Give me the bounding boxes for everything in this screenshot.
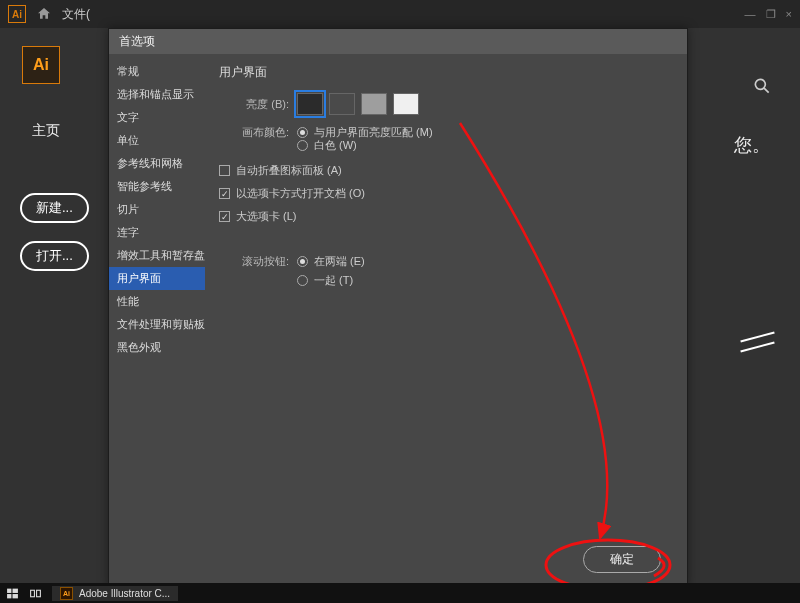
menu-file[interactable]: 文件(: [62, 6, 90, 23]
radio-dot-icon: [297, 275, 308, 286]
svg-line-1: [764, 88, 769, 93]
open-button[interactable]: 打开...: [20, 241, 89, 271]
sidebar-item[interactable]: 常规: [109, 60, 205, 83]
home-icon[interactable]: [36, 6, 52, 22]
svg-point-0: [755, 79, 765, 89]
chk-collapse-panels[interactable]: 自动折叠图标面板 (A): [219, 163, 673, 178]
dialog-content: 用户界面 亮度 (B): 画布颜色: 与用户界面亮度匹配 (M) 白色 (W): [205, 54, 687, 587]
check-label: 以选项卡方式打开文档 (O): [236, 186, 365, 201]
chk-open-as-tabs[interactable]: ✓ 以选项卡方式打开文档 (O): [219, 186, 673, 201]
brightness-swatch[interactable]: [297, 93, 323, 115]
ok-button[interactable]: 确定: [583, 546, 661, 573]
dialog-sidebar: 常规选择和锚点显示文字单位参考线和网格智能参考线切片连字增效工具和暂存盘用户界面…: [109, 54, 205, 587]
svg-rect-4: [13, 588, 18, 592]
new-button[interactable]: 新建...: [20, 193, 89, 223]
brightness-swatch[interactable]: [393, 93, 419, 115]
brightness-swatch[interactable]: [329, 93, 355, 115]
radio-label: 一起 (T): [314, 273, 353, 288]
app-body: Ai 主页 新建... 打开... 您。 首选项 常规选择和锚点显示文字单位参考…: [0, 28, 800, 583]
radio-scroll-together[interactable]: 一起 (T): [297, 273, 673, 288]
radio-scroll-ends[interactable]: 在两端 (E): [297, 254, 365, 269]
svg-rect-5: [7, 594, 11, 598]
window-controls: — ❐ ×: [745, 8, 792, 21]
sidebar-item[interactable]: 连字: [109, 221, 205, 244]
app-logo-small: Ai: [8, 5, 26, 23]
brightness-row: 亮度 (B):: [219, 93, 673, 115]
dialog-title: 首选项: [109, 29, 687, 54]
taskbar-item-illustrator[interactable]: Ai Adobe Illustrator C...: [52, 586, 178, 601]
radio-label: 白色 (W): [314, 138, 357, 153]
brightness-swatch[interactable]: [361, 93, 387, 115]
radio-dot-icon: [297, 140, 308, 151]
home-side-buttons: 新建... 打开...: [20, 193, 89, 271]
sidebar-item[interactable]: 性能: [109, 290, 205, 313]
brightness-swatches: [297, 93, 419, 115]
task-view-icon[interactable]: [29, 587, 42, 600]
decorative-strokes: [740, 328, 775, 356]
sidebar-item[interactable]: 文件处理和剪贴板: [109, 313, 205, 336]
minimize-button[interactable]: —: [745, 8, 756, 21]
app-logo-large: Ai: [22, 46, 60, 84]
welcome-text-tail: 您。: [734, 133, 770, 157]
close-button[interactable]: ×: [786, 8, 792, 21]
sidebar-item[interactable]: 选择和锚点显示: [109, 83, 205, 106]
radio-dot-icon: [297, 256, 308, 267]
radio-label: 在两端 (E): [314, 254, 365, 269]
chk-large-tabs[interactable]: ✓ 大选项卡 (L): [219, 209, 673, 224]
checkbox-icon: [219, 165, 230, 176]
search-icon[interactable]: [752, 76, 772, 96]
brightness-label: 亮度 (B):: [219, 97, 289, 112]
sidebar-item[interactable]: 智能参考线: [109, 175, 205, 198]
radio-dot-icon: [297, 127, 308, 138]
svg-rect-8: [37, 590, 41, 597]
svg-rect-6: [13, 594, 18, 598]
sidebar-item[interactable]: 用户界面: [109, 267, 205, 290]
sidebar-item[interactable]: 文字: [109, 106, 205, 129]
taskbar: Ai Adobe Illustrator C...: [0, 583, 800, 603]
radio-white[interactable]: 白色 (W): [297, 138, 673, 153]
checkbox-icon: ✓: [219, 211, 230, 222]
sidebar-item[interactable]: 黑色外观: [109, 336, 205, 359]
app-logo-mini: Ai: [60, 587, 73, 600]
section-title: 用户界面: [219, 64, 673, 81]
taskbar-item-label: Adobe Illustrator C...: [79, 588, 170, 599]
preferences-dialog: 首选项 常规选择和锚点显示文字单位参考线和网格智能参考线切片连字增效工具和暂存盘…: [108, 28, 688, 588]
sidebar-item[interactable]: 参考线和网格: [109, 152, 205, 175]
canvas-color-label: 画布颜色:: [219, 125, 289, 140]
sidebar-item[interactable]: 增效工具和暂存盘: [109, 244, 205, 267]
check-label: 自动折叠图标面板 (A): [236, 163, 342, 178]
svg-rect-7: [31, 590, 35, 597]
scroll-buttons-label: 滚动按钮:: [219, 254, 289, 269]
menubar: Ai 文件( — ❐ ×: [0, 0, 800, 28]
restore-button[interactable]: ❐: [766, 8, 776, 21]
check-label: 大选项卡 (L): [236, 209, 297, 224]
svg-rect-3: [7, 588, 11, 592]
home-tab[interactable]: 主页: [20, 118, 72, 144]
sidebar-item[interactable]: 切片: [109, 198, 205, 221]
checkbox-icon: ✓: [219, 188, 230, 199]
sidebar-item[interactable]: 单位: [109, 129, 205, 152]
windows-start-icon[interactable]: [6, 587, 19, 600]
